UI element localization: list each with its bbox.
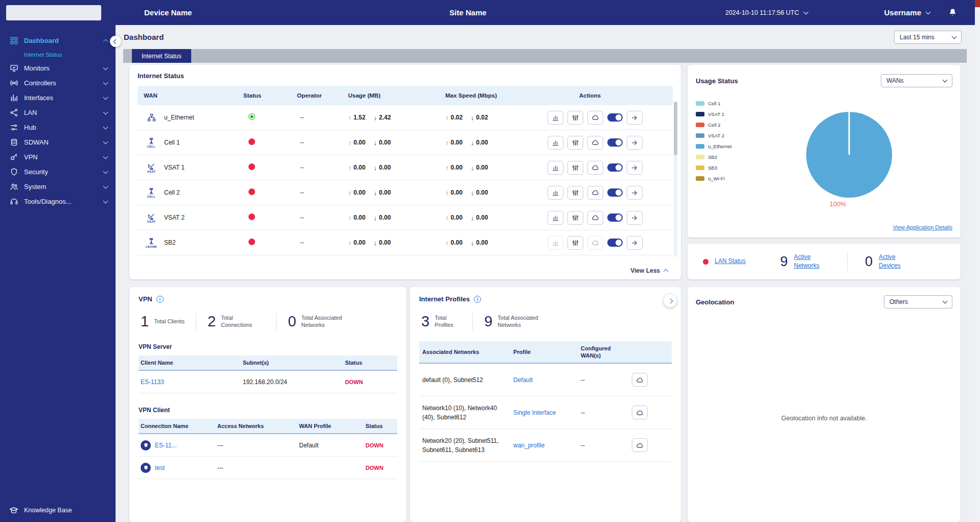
wan-speedtest-button[interactable] <box>587 111 603 125</box>
sidebar-item-sdwan[interactable]: SDWAN <box>0 135 116 150</box>
active-devices-link[interactable]: Active Devices <box>879 253 909 271</box>
chevron-down-icon <box>103 169 108 174</box>
wan-row-u-ethernet: u_Ethernet -- ↑1.52↓2.42 ↑0.02↓0.02 <box>138 105 673 130</box>
wan-row-vsat-1: VSAT VSAT 1 -- ↑0.00↓0.00 ↑0.00↓0.00 <box>138 155 673 180</box>
vpn-client-name-link[interactable]: ES-1133 <box>141 378 164 386</box>
wan-enable-toggle[interactable] <box>607 213 623 222</box>
chevron-right-icon <box>668 298 673 303</box>
wan-stats-button[interactable] <box>548 111 563 125</box>
sidebar-item-dashboard[interactable]: Dashboard <box>0 33 116 48</box>
legend-item: Cell 1 <box>696 101 952 106</box>
sidebar-item-tools-diagnostics[interactable]: Tools/Diagnos... <box>0 194 116 209</box>
download-arrow-icon: ↓ <box>471 114 474 122</box>
wan-details-button[interactable] <box>627 161 643 175</box>
vpn-card: VPN i 1Total Clients 2Total Connections … <box>129 287 406 522</box>
operator-value: -- <box>291 164 342 171</box>
wan-enable-toggle[interactable] <box>607 113 623 122</box>
profile-speedtest-button[interactable] <box>632 373 648 387</box>
legend-swatch <box>696 176 704 181</box>
sidebar-item-system[interactable]: System <box>0 179 116 194</box>
sidebar-item-monitors[interactable]: Monitors <box>0 61 116 76</box>
wan-enable-toggle[interactable] <box>607 239 623 247</box>
profiles-stats: 3Total Profiles 9Total Associated Networ… <box>419 313 672 330</box>
wan-details-button[interactable] <box>627 236 643 250</box>
internet-status-card: Internet Status WAN Status Operator Usag… <box>129 65 681 279</box>
connection-name-link[interactable]: ES-11... <box>155 442 176 449</box>
profile-link[interactable]: wan_profile <box>513 442 544 449</box>
view-less-link[interactable]: View Less <box>630 267 668 274</box>
wan-stats-button[interactable] <box>548 161 563 175</box>
wan-settings-button[interactable] <box>567 211 583 225</box>
wan-settings-button[interactable] <box>567 111 583 125</box>
wan-settings-button[interactable] <box>567 136 583 150</box>
operator-value: -- <box>291 214 342 221</box>
time-range-select[interactable]: Last 15 mins <box>894 31 962 44</box>
profiles-next-button[interactable] <box>664 294 677 307</box>
info-icon[interactable]: i <box>156 296 164 303</box>
configured-wans: -- <box>578 404 624 421</box>
legend-swatch <box>696 101 704 106</box>
wan-stats-button[interactable] <box>548 186 563 200</box>
connection-name-link[interactable]: test <box>155 464 165 471</box>
tab-internet-status[interactable]: Internet Status <box>132 49 191 63</box>
chevron-down-icon <box>103 183 108 188</box>
knowledge-base-link[interactable]: Knowledge Base <box>0 499 116 522</box>
usage-status-title: Usage Status <box>696 77 738 85</box>
wan-settings-button[interactable] <box>567 161 583 175</box>
profile-link[interactable]: Default <box>513 376 533 384</box>
wan-enable-toggle[interactable] <box>607 163 623 172</box>
sidebar-collapse-button[interactable] <box>110 36 121 47</box>
wan-speedtest-button[interactable] <box>587 236 603 250</box>
sidebar-item-controllers[interactable]: Controllers <box>0 76 116 90</box>
wan-speedtest-button[interactable] <box>587 186 603 200</box>
wan-enable-toggle[interactable] <box>607 188 623 197</box>
usage-cell: ↑0.00↓0.00 <box>342 164 439 172</box>
geolocation-filter-select[interactable]: Others <box>884 295 952 309</box>
upload-arrow-icon: ↑ <box>445 214 449 222</box>
wan-details-button[interactable] <box>627 186 643 200</box>
sidebar-item-internet-status[interactable]: Internet Status <box>0 48 116 61</box>
upload-arrow-icon: ↑ <box>445 164 449 172</box>
wan-stats-button[interactable] <box>548 136 563 150</box>
sidebar-item-interfaces[interactable]: Interfaces <box>0 90 116 105</box>
status-badge: DOWN <box>366 465 383 471</box>
wan-details-button[interactable] <box>627 211 643 225</box>
chevron-down-icon <box>103 109 108 114</box>
table-scrollbar-thumb[interactable] <box>674 102 677 155</box>
wan-row-vsat-2: VSAT VSAT 2 -- ↑0.00↓0.00 ↑0.00↓0.00 <box>138 205 673 230</box>
wan-speedtest-button[interactable] <box>587 161 603 175</box>
wan-enable-toggle[interactable] <box>607 138 623 147</box>
wan-settings-button[interactable] <box>567 236 583 250</box>
sidebar-item-security[interactable]: Security <box>0 164 116 179</box>
wan-stats-button[interactable] <box>548 236 563 250</box>
active-networks-link[interactable]: Active Networks <box>794 253 830 271</box>
status-badge: DOWN <box>345 379 363 385</box>
status-down-dot <box>248 188 255 195</box>
wan-settings-button[interactable] <box>567 186 583 200</box>
wan-stats-button[interactable] <box>548 211 563 225</box>
sidebar-item-vpn[interactable]: VPN <box>0 150 116 164</box>
chevron-down-icon <box>952 34 957 39</box>
wan-speedtest-button[interactable] <box>587 211 603 225</box>
vpn-key-icon <box>9 153 18 162</box>
wan-details-button[interactable] <box>627 111 643 125</box>
view-application-details-link[interactable]: View Application Details <box>893 224 952 230</box>
datetime-dropdown[interactable]: 2024-10-10 11:17:56 UTC <box>725 9 808 16</box>
info-icon[interactable]: i <box>474 296 481 303</box>
notifications-bell-icon[interactable] <box>948 8 958 17</box>
operator-value: -- <box>291 239 342 246</box>
profile-link[interactable]: Single Interface <box>513 409 556 416</box>
vpn-client-row: test --- DOWN <box>139 457 397 479</box>
sidebar-item-lan[interactable]: LAN <box>0 105 116 120</box>
sidebar-item-hub[interactable]: Hub <box>0 120 116 135</box>
sidebar-item-label: VPN <box>24 153 38 161</box>
user-menu[interactable]: Username <box>884 8 930 17</box>
usage-filter-select[interactable]: WANs <box>881 74 952 87</box>
lan-status-link[interactable]: LAN Status <box>715 257 746 266</box>
profile-speedtest-button[interactable] <box>632 438 648 452</box>
wan-details-button[interactable] <box>627 136 643 150</box>
page-scrollbar[interactable] <box>975 0 980 522</box>
wan-speedtest-button[interactable] <box>587 136 603 150</box>
time-range-value: Last 15 mins <box>900 34 935 41</box>
profile-speedtest-button[interactable] <box>632 406 648 419</box>
